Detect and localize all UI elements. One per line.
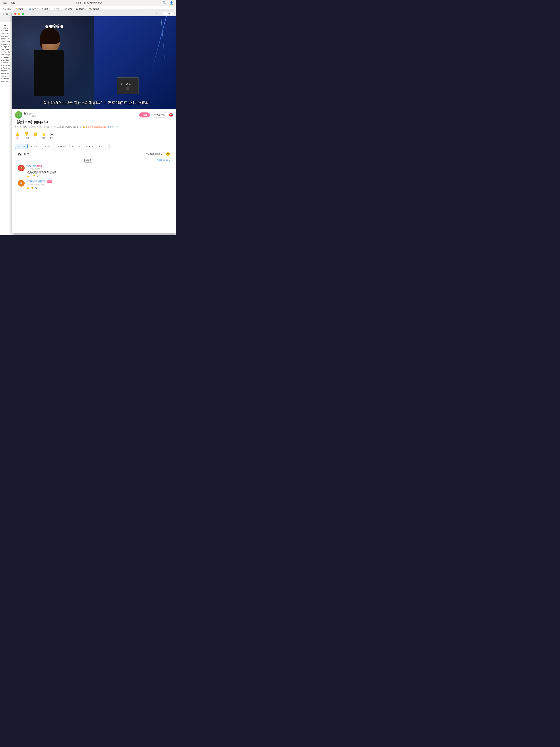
bili-more-label[interactable]: 查看简介 [107,125,115,128]
bili-like-btn[interactable]: 👍 79 [15,132,20,139]
bili-view-all[interactable]: 查看20条评论 [157,159,170,162]
word-style-btn[interactable]: A 样式 [52,6,62,11]
doc-line: alysis (Fig. [1,59,13,61]
browser-forward-icon[interactable]: › [159,12,160,16]
sort-icon: ⇅ [18,159,20,162]
video-subtitle: － 关于我的女儿贝蒂 有什么新消息吗？ |- 没有 我们打过好几次电话 [12,100,176,105]
word-menu-window[interactable]: 窗口 [2,1,8,5]
comment-dislike-btn[interactable]: 👎 [31,186,33,189]
bili-episode-item[interactable]: P5 5 1-5 [70,144,82,149]
bili-live-viewers: 👁 20人正在看 [51,125,64,128]
bili-more-chevron-icon[interactable]: ▾ [117,126,118,128]
share-chevron-icon: ▾ [37,8,38,10]
doc-content: ms are ser multiplefor both finity of th… [0,22,14,235]
warning-icon: ⚠️ [82,126,85,128]
doc-line: asymmetry [1,80,13,83]
video-scene: STAGE ⬛ 哈哈哈哈哈 － 关于我的女儿贝蒂 有什么新消息吗？ |- 没有 … [12,16,176,109]
word-edit-btn[interactable]: ✏️ 编辑 ▾ [14,6,26,11]
forward-icon: ➤ [50,132,53,136]
bili-share-btn[interactable]: ➤ 108 [50,132,53,139]
star-icon: ⭐ [42,132,46,136]
comment-reply-btn[interactable]: 💬 [37,175,39,177]
bili-time: 13:32 [44,126,49,128]
comment-like-btn[interactable]: 👍 [26,186,29,189]
comment-actions: 👍 2 👎 💬 [26,175,170,177]
comment-dislike-icon: 👎 [31,186,33,189]
video-player[interactable]: STAGE ⬛ 哈哈哈哈哈 － 关于我的女儿贝蒂 有什么新消息吗？ |- 没有 … [12,16,176,109]
addins-icon: ⊞ [76,7,78,10]
bili-episode-item[interactable]: P2 2 1-2 [29,144,41,149]
bili-info-section: H hffger44 15粉丝 1视频 +关注 点我发弹幕 🎯 【高清中字】美国… [12,109,176,197]
word-comment-btn[interactable]: 💬 批注 [2,6,12,11]
bili-episodes-nav[interactable]: › [107,144,111,149]
style-icon: A [54,7,55,10]
dictate-icon: 🎤 [64,7,67,10]
word-addins-btn[interactable]: ⊞ 加载项 [75,6,87,11]
comment-like-btn[interactable]: 👍 2 [26,175,31,177]
word-paragraph-btn[interactable]: ≡ 段落 ▾ [41,6,51,11]
mac-close-btn[interactable] [14,12,17,15]
bili-collect-btn[interactable]: ⭐ 162 [42,132,46,139]
dislike-icon: 👎 [24,132,29,136]
bili-episode-item[interactable]: P3 3 1-3 [42,144,55,149]
bili-coin-btn[interactable]: 🪙 11 [33,132,38,139]
word-menu-help[interactable]: 帮助 [10,1,16,5]
editor-icon: ✒️ [89,7,92,10]
comment-body: 没事看看视频听听歌 LIVE 1小时前 IP属地：安徽 👍 👎 💬 [26,180,170,189]
share-icon: ⬆️ [28,7,31,10]
doc-line: nity of the [1,32,13,35]
bili-sort-row: ⇅ 按热度 查看20条评论 [18,159,170,162]
person-hair-side [39,37,43,52]
bili-episode-item[interactable]: P4 4 1-4 [56,144,69,149]
comment-text: 就演技而言 新美队有点油腻 [26,171,170,174]
bili-date: 2025年2月22日 [29,125,43,128]
danmaku-text: 哈哈哈哈哈 [45,24,63,29]
stage-sign-logo: ⬛ [126,87,129,90]
comment-like-icon: 👍 [26,175,29,177]
mac-minimize-btn[interactable] [18,12,20,15]
paragraph-chevron-icon: ▾ [49,8,50,10]
bili-dislike-btn[interactable]: 👎 不喜欢 [23,132,29,139]
word-dictate-btn[interactable]: 🎤 听写 [63,6,74,11]
bili-episode-item[interactable]: P6 6 1-6 [83,144,96,149]
bili-channel-avatar: H [15,111,22,119]
doc-line: e two peaks [1,64,13,67]
doc-line: CS, greatly [1,56,13,59]
stage-light-right [94,16,176,109]
doc-line: r multiple [1,27,13,29]
comment-username: 没事看看视频听听歌 LIVE [26,180,170,183]
word-tab-cite[interactable]: 引用 [2,12,9,17]
person-body [34,50,64,96]
bili-follow-btn[interactable]: +关注 [139,112,150,118]
bili-sort-btn[interactable]: 按热度 [84,159,92,162]
browser-url[interactable]: con [166,12,170,15]
word-share-btn[interactable]: ⬆️ 共享 ▾ [27,6,39,11]
paragraph-icon: ≡ [42,7,43,10]
bili-channel-name[interactable]: hffger44 [24,112,139,115]
browser-back-icon[interactable]: ‹ [156,12,157,16]
word-editor-btn[interactable]: ✒️ 编辑器 [88,6,101,11]
comment-actions: 👍 👎 💬 [26,186,170,189]
comment-time: 1小时前 IP属地：安徽 [26,183,170,186]
comment-reply-btn[interactable]: 💬 [35,186,38,189]
live-badge: LIVE [37,165,42,167]
comment-count-icon: 💬 [23,126,26,128]
bili-emoji-btn[interactable]: 🙂 [166,152,170,156]
bili-input-btn[interactable]: 下面我简单嘴两句 [144,152,164,156]
bili-episode-item[interactable]: P1 1 1-1 [15,144,28,149]
comment-dislike-btn[interactable]: 👎 [33,175,35,177]
search-icon[interactable]: 🔍 [162,1,167,5]
bili-danmaku-btn[interactable]: 点我发弹幕 [152,112,167,118]
bili-meta: ▶ 1.1万 💬 7 2025年2月22日 13:32 👁 20人正在看 BV1… [15,125,173,128]
bili-danmaku-settings-icon[interactable]: 🎯 [169,113,173,117]
bili-comments-meta: 💬 7 [23,126,27,128]
comment-icon: 💬 [3,7,6,10]
mac-maximize-btn[interactable] [22,12,24,15]
profile-icon[interactable]: 👤 [169,1,174,5]
doc-line: ms are se [1,24,13,27]
comment-item: z zim7123b LIVE 27分钟前 IP属地：广东 就演技而言 新美队有… [18,165,170,177]
bilibili-window: ‹ › con STAGE ⬛ [12,11,176,233]
bili-episode-item[interactable]: P7 7 [97,144,106,149]
edit-icon: ✏️ [15,7,18,10]
bili-episodes-row: P1 1 1-1P2 2 1-2P3 3 1-3P4 4 1-4P5 5 1-5… [15,143,173,150]
